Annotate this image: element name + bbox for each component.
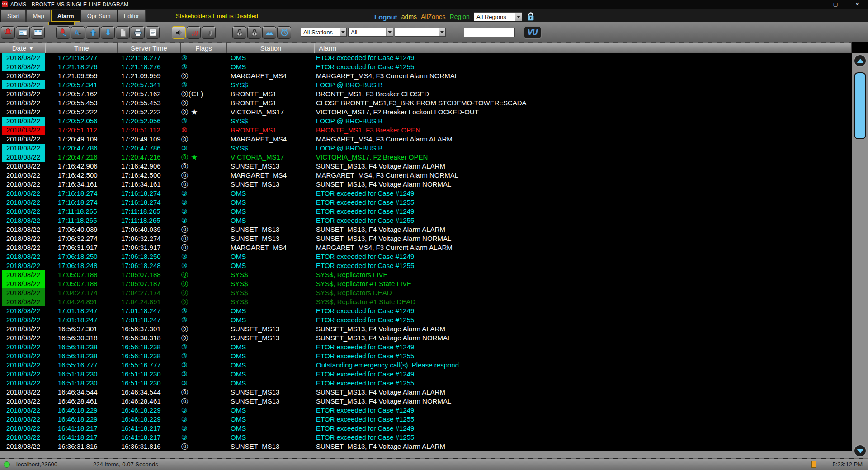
alarm-row[interactable]: 2018/08/2217:16:18.27417:16:18.274③OMSET… bbox=[0, 189, 852, 198]
alarm-row[interactable]: 2018/08/2217:21:18.27717:21:18.277③OMSET… bbox=[0, 53, 852, 62]
tab-start[interactable]: Start bbox=[1, 10, 26, 22]
cell-server-time: 16:46:34.544 bbox=[118, 388, 181, 397]
alarm-row[interactable]: 2018/08/2217:21:18.27617:21:18.276③OMSET… bbox=[0, 62, 852, 71]
column-header-station[interactable]: Station bbox=[227, 43, 315, 53]
column-header-date[interactable]: Date ▼ bbox=[0, 43, 46, 53]
alarm-row[interactable]: 2018/08/2217:11:18.26517:11:18.265③OMSET… bbox=[0, 216, 852, 225]
alarm-sound-button[interactable] bbox=[187, 26, 201, 39]
alarm-row[interactable]: 2018/08/2216:51:18.23016:51:18.230③OMSET… bbox=[0, 379, 852, 388]
alarm-row[interactable]: 2018/08/2217:16:42.90617:16:42.906⓪SUNSE… bbox=[0, 162, 852, 171]
trend-view-button[interactable] bbox=[262, 26, 276, 39]
alarm-row[interactable]: 2018/08/2217:20:47.78617:20:47.786③SYS$L… bbox=[0, 144, 852, 153]
tab-opr-sum[interactable]: Opr Sum bbox=[81, 10, 117, 22]
move-down-button[interactable] bbox=[101, 26, 115, 39]
sort-alpha-button[interactable]: A bbox=[71, 26, 85, 39]
alarm-row[interactable]: 2018/08/2216:56:18.23816:56:18.238③OMSET… bbox=[0, 352, 852, 361]
cell-station: SYS$ bbox=[227, 297, 315, 306]
alarm-row[interactable]: 2018/08/2216:56:18.23816:56:18.238③OMSET… bbox=[0, 343, 852, 352]
alarm-row[interactable]: 2018/08/2216:46:28.46116:46:28.461⓪SUNSE… bbox=[0, 397, 852, 406]
cell-station: VICTORIA_MS17 bbox=[227, 108, 315, 117]
alarm-row[interactable]: 2018/08/2217:06:18.24817:06:18.248③OMSET… bbox=[0, 261, 852, 270]
alarm-row[interactable]: 2018/08/2217:20:52.05617:20:52.056③SYS$L… bbox=[0, 117, 852, 126]
cell-flags: ⓪ bbox=[181, 397, 227, 406]
tab-alarm[interactable]: Alarm bbox=[51, 10, 80, 22]
alarm-row[interactable]: 2018/08/2216:51:18.23016:51:18.230③OMSET… bbox=[0, 370, 852, 379]
logout-link[interactable]: Logout bbox=[374, 13, 397, 21]
clear-page-button[interactable] bbox=[116, 26, 130, 39]
cell-server-time: 16:51:18.230 bbox=[118, 370, 181, 379]
alarm-row[interactable]: 2018/08/2217:21:09.95917:21:09.959⓪MARGA… bbox=[0, 71, 852, 80]
filter-combo-input[interactable] bbox=[395, 28, 446, 37]
alarm-row[interactable]: 2018/08/2216:56:30.31816:56:30.318⓪SUNSE… bbox=[0, 334, 852, 343]
silence-alarm-button[interactable] bbox=[202, 26, 216, 39]
move-up-button[interactable] bbox=[86, 26, 100, 39]
alarm-row[interactable]: 2018/08/2216:46:34.54416:46:34.544⓪SUNSE… bbox=[0, 388, 852, 397]
alarm-row[interactable]: 2018/08/2217:05:07.18817:05:07.187⓪SYS$S… bbox=[0, 279, 852, 288]
scroll-up-button[interactable] bbox=[854, 54, 867, 67]
date-badge: 2018/08/22 bbox=[2, 324, 45, 334]
alarm-row[interactable]: 2018/08/2217:06:31.91717:06:31.917⓪MARGA… bbox=[0, 243, 852, 252]
region-select[interactable]: All Regions bbox=[474, 12, 522, 21]
maximize-button[interactable]: ▢ bbox=[825, 0, 846, 9]
open-alarm-window-button[interactable] bbox=[16, 26, 30, 39]
close-button[interactable]: ✕ bbox=[846, 0, 868, 9]
acknowledge-alarm-button[interactable] bbox=[56, 26, 70, 39]
column-header-time[interactable]: Time bbox=[46, 43, 118, 53]
tab-map[interactable]: Map bbox=[26, 10, 50, 22]
alarm-timer-button[interactable] bbox=[277, 26, 291, 39]
tab-editor[interactable]: Editor bbox=[118, 10, 146, 22]
alarm-row[interactable]: 2018/08/2217:20:55.45317:20:55.453⓪BRONT… bbox=[0, 99, 852, 108]
vertical-scrollbar[interactable] bbox=[852, 53, 868, 458]
alarm-row[interactable]: 2018/08/2216:46:18.22916:46:18.229③OMSET… bbox=[0, 415, 852, 424]
alarm-row[interactable]: 2018/08/2217:06:18.25017:06:18.250③OMSET… bbox=[0, 252, 852, 261]
alarm-row[interactable]: 2018/08/2216:55:16.77716:55:16.777③OMSOu… bbox=[0, 361, 852, 370]
print-preview-button[interactable] bbox=[146, 26, 160, 39]
column-header-server-time[interactable]: Server Time bbox=[118, 43, 181, 53]
lock-display-button[interactable] bbox=[232, 26, 246, 39]
horizontal-scrollbar[interactable] bbox=[0, 451, 852, 458]
alarm-row[interactable]: 2018/08/2217:20:57.16217:20:57.162⓪(CL)B… bbox=[0, 89, 852, 99]
station-filter-select[interactable]: All Stations bbox=[301, 28, 347, 37]
alarm-row[interactable]: 2018/08/2217:01:18.24717:01:18.247③OMSET… bbox=[0, 306, 852, 315]
search-input[interactable] bbox=[464, 28, 515, 37]
date-badge: 2018/08/22 bbox=[2, 415, 45, 424]
column-header-flags[interactable]: Flags bbox=[181, 43, 227, 53]
column-header-alarm[interactable]: Alarm bbox=[315, 43, 852, 53]
scrollbar-thumb[interactable] bbox=[854, 72, 866, 139]
toolbar-group: A bbox=[56, 26, 160, 39]
alarm-row[interactable]: 2018/08/2217:05:07.18817:05:07.188⓪SYS$S… bbox=[0, 270, 852, 279]
alarm-row[interactable]: 2018/08/2217:16:42.50017:16:42.500⓪MARGA… bbox=[0, 171, 852, 180]
alarm-row[interactable]: 2018/08/2217:20:57.34117:20:57.341③SYS$L… bbox=[0, 80, 852, 89]
vu-logo-button[interactable]: VU bbox=[524, 26, 542, 39]
alarm-row[interactable]: 2018/08/2217:20:52.22217:20:52.222⓪ ★VIC… bbox=[0, 108, 852, 117]
scroll-down-button[interactable] bbox=[854, 444, 867, 457]
minimize-button[interactable]: ─ bbox=[803, 0, 825, 9]
cell-date: 2018/08/22 bbox=[0, 89, 46, 99]
toolbar-group bbox=[172, 26, 216, 39]
alarm-row[interactable]: 2018/08/2217:04:27.17417:04:27.174⓪SYS$S… bbox=[0, 288, 852, 297]
alarm-row[interactable]: 2018/08/2216:41:18.21716:41:18.217③OMSET… bbox=[0, 424, 852, 433]
alarm-summary-button[interactable] bbox=[1, 26, 15, 39]
alarm-row[interactable]: 2018/08/2216:41:18.21716:41:18.217③OMSET… bbox=[0, 433, 852, 442]
alarm-row[interactable]: 2018/08/2217:06:40.03917:06:40.039⓪SUNSE… bbox=[0, 225, 852, 234]
audible-alarm-toggle-button[interactable] bbox=[172, 26, 186, 39]
cell-date: 2018/08/22 bbox=[0, 370, 46, 379]
alarm-row[interactable]: 2018/08/2217:20:51.11217:20:51.112⑩BRONT… bbox=[0, 126, 852, 135]
print-button[interactable] bbox=[131, 26, 145, 39]
alarm-row[interactable]: 2018/08/2217:11:18.26517:11:18.265③OMSET… bbox=[0, 207, 852, 216]
alarm-row[interactable]: 2018/08/2217:04:24.89117:04:24.891⓪SYS$S… bbox=[0, 297, 852, 306]
alarm-row[interactable]: 2018/08/2216:56:37.30116:56:37.301⓪SUNSE… bbox=[0, 324, 852, 334]
alarm-row[interactable]: 2018/08/2216:46:18.22916:46:18.229③OMSET… bbox=[0, 406, 852, 415]
lock-icon[interactable] bbox=[526, 12, 535, 22]
alarm-row[interactable]: 2018/08/2217:06:32.27417:06:32.274⓪SUNSE… bbox=[0, 234, 852, 243]
cell-flags: ⓪ bbox=[181, 334, 227, 343]
alarm-row[interactable]: 2018/08/2217:01:18.24717:01:18.247③OMSET… bbox=[0, 315, 852, 324]
alarm-row[interactable]: 2018/08/2216:36:31.81616:36:31.816⓪SUNSE… bbox=[0, 442, 852, 451]
alarm-row[interactable]: 2018/08/2217:20:47.21617:20:47.216⓪ ★VIC… bbox=[0, 153, 852, 162]
alarm-row[interactable]: 2018/08/2217:20:49.10917:20:49.109⓪MARGA… bbox=[0, 135, 852, 144]
alarm-row[interactable]: 2018/08/2217:16:18.27417:16:18.274③OMSET… bbox=[0, 198, 852, 207]
lock-settings-button[interactable] bbox=[247, 26, 261, 39]
split-view-button[interactable] bbox=[31, 26, 45, 39]
type-filter-select[interactable]: All bbox=[348, 28, 393, 37]
alarm-row[interactable]: 2018/08/2217:16:34.16117:16:34.161⓪SUNSE… bbox=[0, 180, 852, 189]
